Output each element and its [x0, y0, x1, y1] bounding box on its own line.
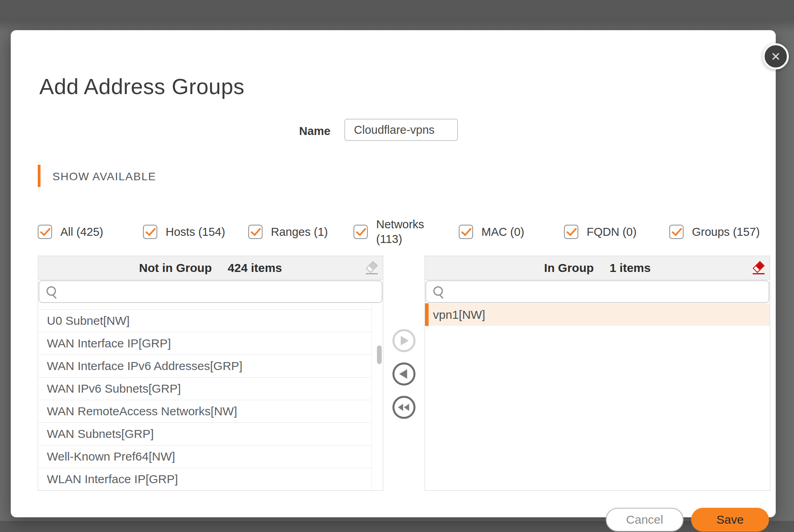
- name-input[interactable]: [344, 119, 458, 141]
- checkmark-icon: [40, 225, 50, 236]
- checkmark-icon: [672, 225, 682, 236]
- double-arrow-left-icon: [398, 404, 403, 411]
- not-in-group-list[interactable]: U0 Subnet[NW] WAN Interface IP[GRP] WAN …: [38, 303, 372, 490]
- save-button[interactable]: Save: [691, 508, 769, 532]
- not-in-group-search-row: [39, 280, 383, 303]
- panel-title: In Group: [544, 261, 594, 275]
- panel-item-count: 1 items: [610, 261, 651, 275]
- not-in-group-panel: Not in Group 424 items U0 Subnet[NW] WAN…: [38, 256, 383, 491]
- search-input[interactable]: [39, 280, 383, 303]
- checkbox-icon[interactable]: [143, 225, 157, 239]
- arrow-left-icon: [399, 369, 407, 379]
- page-top-band: [0, 0, 794, 19]
- filter-all[interactable]: All (425): [38, 225, 143, 239]
- in-group-selected-item[interactable]: vpn1[NW]: [425, 303, 770, 326]
- move-right-button[interactable]: [392, 329, 415, 352]
- arrow-right-icon: [401, 336, 409, 345]
- checkbox-icon[interactable]: [669, 225, 684, 239]
- filter-groups[interactable]: Groups (157): [669, 225, 775, 239]
- checkbox-icon[interactable]: [459, 225, 473, 239]
- filter-label: FQDN (0): [587, 225, 637, 239]
- list-item[interactable]: WAN RemoteAccess Networks[NW]: [38, 400, 371, 423]
- filter-ranges[interactable]: Ranges (1): [248, 225, 354, 239]
- list-item[interactable]: WAN Interface IPv6 Addresses[GRP]: [38, 355, 371, 378]
- section-title: SHOW AVAILABLE: [52, 170, 156, 183]
- checkmark-icon: [461, 225, 471, 236]
- filter-label: Groups (157): [692, 225, 760, 239]
- move-left-button[interactable]: [392, 362, 415, 386]
- filter-networks[interactable]: Networks (113): [354, 217, 459, 247]
- panel-item-count: 424 items: [228, 261, 282, 275]
- checkbox-icon[interactable]: [248, 225, 263, 239]
- cancel-button[interactable]: Cancel: [606, 508, 684, 532]
- panel-title: Not in Group: [139, 261, 212, 275]
- filter-label: Networks (113): [376, 217, 430, 247]
- close-dialog-button[interactable]: ✕: [763, 43, 789, 69]
- clear-selection-eraser-icon[interactable]: [365, 261, 379, 275]
- checkbox-icon[interactable]: [354, 225, 368, 239]
- in-group-panel: In Group 1 items vpn1[NW]: [425, 256, 770, 491]
- remove-all-eraser-icon[interactable]: [752, 261, 766, 275]
- list-item[interactable]: WAN IPv6 Subnets[GRP]: [38, 378, 371, 400]
- filter-label: Ranges (1): [271, 225, 328, 239]
- list-item[interactable]: WLAN Interface IP[GRP]: [38, 468, 371, 490]
- checkmark-icon: [566, 225, 577, 236]
- filter-label: All (425): [60, 225, 103, 239]
- list-item[interactable]: WAN Subnets[GRP]: [38, 423, 371, 445]
- checkmark-icon: [145, 225, 156, 236]
- checkbox-icon[interactable]: [38, 225, 52, 239]
- partial-scrolled-row: [38, 303, 371, 310]
- checkmark-icon: [356, 225, 366, 236]
- double-arrow-left-icon: [404, 404, 409, 411]
- move-all-left-button[interactable]: [392, 396, 415, 419]
- in-group-header: In Group 1 items: [425, 256, 770, 280]
- filter-fqdn[interactable]: FQDN (0): [564, 225, 669, 239]
- dialog-title: Add Address Groups: [39, 74, 245, 99]
- list-item[interactable]: WAN Interface IP[GRP]: [38, 332, 371, 355]
- filter-hosts[interactable]: Hosts (154): [143, 225, 248, 239]
- search-input[interactable]: [425, 280, 769, 303]
- filter-mac[interactable]: MAC (0): [459, 225, 564, 239]
- list-scrollbar-thumb[interactable]: [377, 345, 382, 364]
- checkmark-icon: [251, 225, 261, 236]
- close-icon: ✕: [771, 50, 780, 64]
- in-group-search-row: [425, 280, 769, 303]
- list-item[interactable]: U0 Subnet[NW]: [38, 310, 371, 332]
- checkbox-icon[interactable]: [564, 225, 578, 239]
- list-item[interactable]: Well-Known Pref64[NW]: [38, 445, 371, 468]
- filter-label: MAC (0): [481, 225, 524, 239]
- section-accent-bar: [38, 165, 41, 187]
- name-label: Name: [269, 125, 330, 138]
- add-address-groups-dialog: Add Address Groups Name SHOW AVAILABLE A…: [11, 30, 776, 517]
- filter-label: Hosts (154): [166, 225, 225, 239]
- type-filter-row: All (425) Hosts (154) Ranges (1) Network…: [38, 208, 788, 256]
- not-in-group-header: Not in Group 424 items: [38, 256, 383, 280]
